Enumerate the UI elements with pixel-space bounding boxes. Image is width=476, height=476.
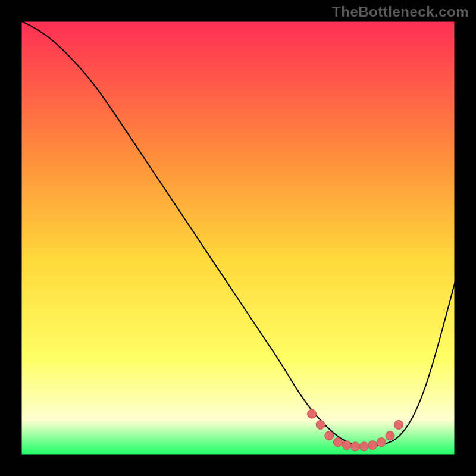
chart-container: TheBottleneck.com: [0, 0, 476, 476]
valley-marker: [377, 438, 386, 447]
valley-marker: [342, 441, 351, 450]
valley-marker: [325, 431, 334, 440]
valley-marker: [359, 442, 368, 451]
watermark-text: TheBottleneck.com: [332, 4, 469, 20]
valley-marker: [351, 442, 360, 451]
valley-marker: [368, 441, 377, 450]
valley-marker: [394, 420, 403, 429]
valley-marker: [333, 438, 342, 447]
bottleneck-chart: [0, 0, 476, 476]
valley-marker: [316, 420, 325, 429]
valley-marker: [308, 409, 317, 418]
plot-background: [21, 21, 455, 455]
valley-marker: [386, 431, 394, 440]
